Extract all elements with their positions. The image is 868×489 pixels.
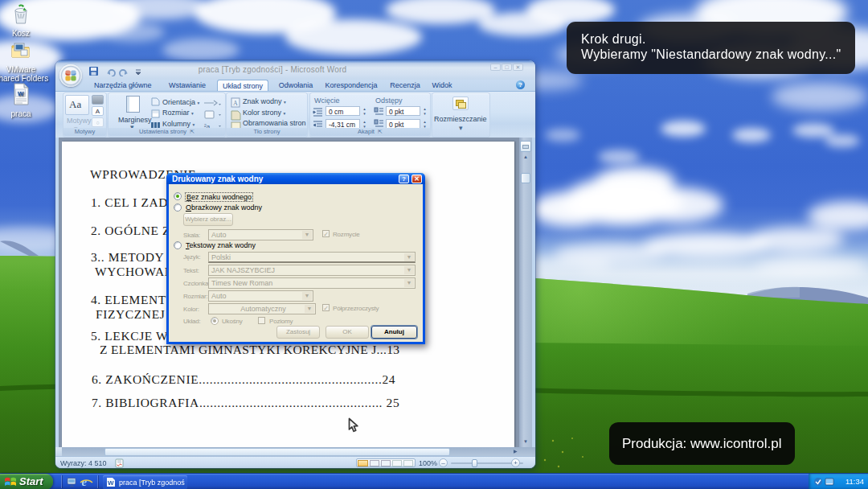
svg-text:e: e <box>82 475 88 488</box>
svg-text:W: W <box>108 479 114 487</box>
svg-text:W: W <box>18 90 24 97</box>
svg-text:A: A <box>233 100 238 107</box>
